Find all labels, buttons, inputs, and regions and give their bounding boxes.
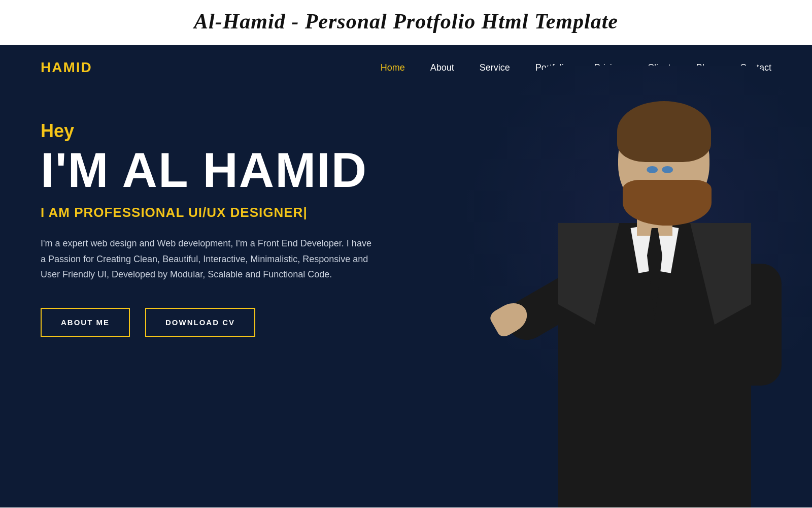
subtitle-prefix: I AM PROFESSIONAL [41,205,188,220]
hero-description: I'm a expert web design and Web developm… [41,236,376,282]
hero-section: Hey I'M AL HAMID I AM PROFESSIONAL UI/UX… [0,90,812,337]
logo[interactable]: HAMID [41,59,92,76]
nav-link-home[interactable]: Home [381,62,405,73]
hero-buttons: ABOUT ME DOWNLOAD CV [41,308,771,337]
subtitle-highlight: UI/UX DESIGNER| [188,205,308,220]
hero-subtitle: I AM PROFESSIONAL UI/UX DESIGNER| [41,205,771,220]
nav-item-home[interactable]: Home [381,62,405,73]
top-banner: Al-Hamid - Personal Protfolio Html Templ… [0,0,812,45]
hero-name: I'M AL HAMID [41,146,771,195]
nav-item-about[interactable]: About [430,62,454,73]
main-section: HAMID Home About Service Portfolio Prici… [0,45,812,507]
hero-hey: Hey [41,120,771,142]
banner-title: Al-Hamid - Personal Protfolio Html Templ… [0,9,812,34]
download-cv-button[interactable]: DOWNLOAD CV [145,308,255,337]
nav-link-about[interactable]: About [430,62,454,73]
about-me-button[interactable]: ABOUT ME [41,308,130,337]
